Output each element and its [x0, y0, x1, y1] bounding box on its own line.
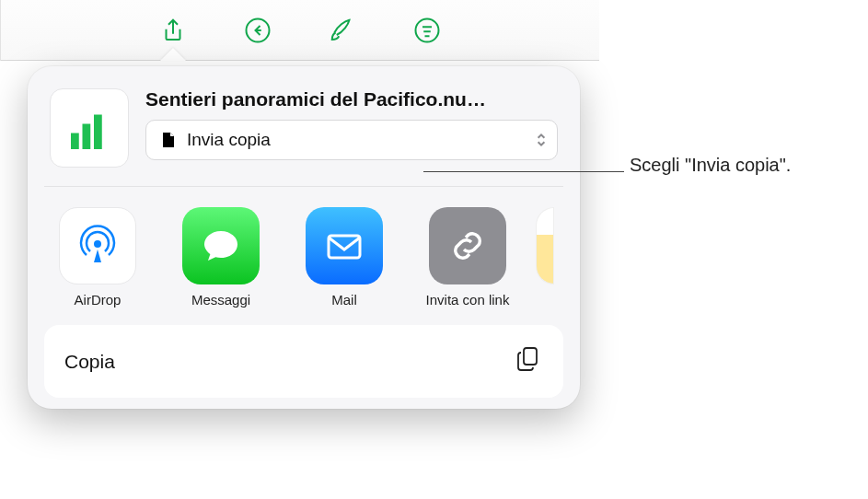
svg-point-8: [94, 240, 101, 248]
svg-point-1: [416, 18, 439, 41]
svg-rect-6: [83, 124, 91, 150]
messages-icon: [182, 207, 260, 284]
notes-icon: [536, 207, 554, 284]
callout-text: Scegli "Invia copia".: [630, 155, 791, 176]
toolbar: [1, 0, 599, 61]
copy-icon: [515, 345, 543, 377]
document-mini-icon: [159, 131, 178, 149]
mail-icon: [306, 207, 383, 284]
share-button[interactable]: [153, 10, 193, 51]
link-icon: [429, 207, 506, 284]
share-sheet: Sentieri panoramici del Pacifico.nu… Inv…: [28, 66, 580, 409]
callout-line: [423, 171, 624, 172]
svg-rect-5: [71, 133, 79, 150]
share-app-label: Messaggi: [191, 292, 250, 308]
svg-rect-10: [524, 348, 537, 365]
share-app-messages[interactable]: Messaggi: [175, 207, 267, 308]
share-app-label: Invita con link: [426, 292, 510, 308]
share-app-notes-peek[interactable]: [536, 207, 554, 308]
copy-action[interactable]: Copia: [44, 325, 563, 398]
share-app-label: Mail: [331, 292, 357, 308]
document-title: Sentieri panoramici del Pacifico.nu…: [145, 88, 558, 110]
document-thumbnail: [50, 88, 129, 168]
send-mode-select[interactable]: Invia copia: [145, 120, 558, 160]
svg-rect-9: [329, 236, 360, 258]
share-apps-row: AirDrop Messaggi Mail: [44, 187, 563, 325]
send-mode-label: Invia copia: [187, 130, 271, 150]
airdrop-icon: [59, 207, 136, 284]
share-app-invite-link[interactable]: Invita con link: [422, 207, 514, 308]
reply-button[interactable]: [237, 10, 278, 51]
share-app-airdrop[interactable]: AirDrop: [52, 207, 144, 308]
copy-action-label: Copia: [64, 351, 115, 373]
format-brush-button[interactable]: [322, 10, 363, 51]
svg-rect-7: [94, 115, 102, 150]
select-chevrons-icon: [535, 132, 548, 148]
share-app-mail[interactable]: Mail: [298, 207, 390, 308]
share-app-label: AirDrop: [75, 292, 122, 308]
more-button[interactable]: [407, 10, 447, 51]
